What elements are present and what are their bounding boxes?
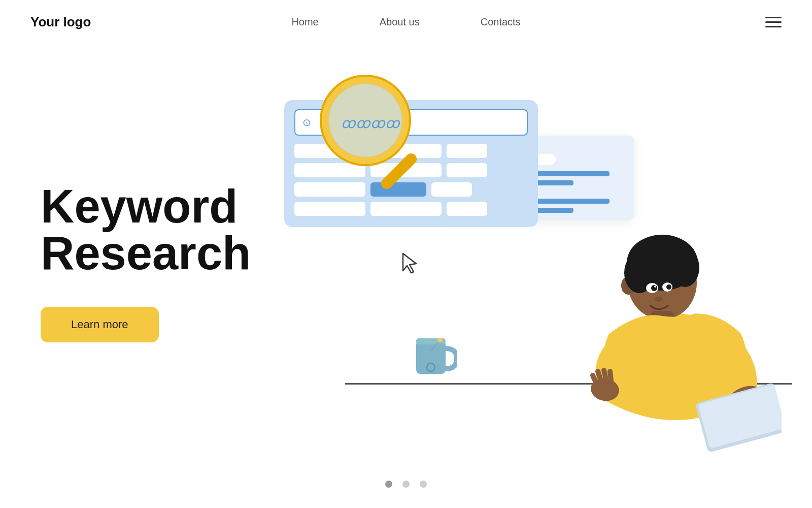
svg-text:ꝏꝏꝏꝏ: ꝏꝏꝏꝏ (341, 115, 400, 131)
svg-marker-4 (403, 253, 416, 273)
svg-line-30 (610, 371, 611, 380)
pagination-dot-3[interactable] (420, 481, 427, 488)
svg-point-23 (666, 284, 671, 290)
pagination-dot-1[interactable] (385, 481, 392, 488)
svg-rect-9 (437, 338, 443, 342)
nav-about[interactable]: About us (380, 16, 420, 28)
table-cell (370, 202, 442, 216)
svg-line-29 (604, 370, 606, 379)
hero-title: Keyword Research (41, 183, 254, 276)
cursor-icon (401, 252, 419, 278)
svg-point-22 (651, 285, 657, 291)
svg-line-28 (598, 371, 601, 380)
table-cell (447, 202, 487, 216)
nav-links: Home About us Contacts (291, 16, 520, 28)
svg-point-24 (654, 285, 656, 288)
mug-illustration (411, 331, 457, 384)
hero-illustration: ⊙ (244, 85, 782, 440)
nav-home[interactable]: Home (291, 16, 318, 28)
table-cell (447, 163, 487, 177)
table-row (294, 202, 528, 216)
hamburger-line (765, 17, 782, 18)
svg-point-19 (671, 248, 699, 287)
hero-section: Keyword Research Learn more ⊙ (0, 44, 812, 461)
pagination-dot-2[interactable] (402, 481, 410, 488)
hero-text: Keyword Research Learn more (41, 183, 254, 342)
hamburger-line (765, 26, 782, 27)
logo: Your logo (30, 14, 91, 30)
table-cell (447, 144, 487, 158)
svg-line-27 (593, 375, 596, 384)
hamburger-line (765, 21, 782, 23)
learn-more-button[interactable]: Learn more (41, 307, 159, 342)
svg-rect-5 (416, 341, 446, 374)
magnifier-illustration: ꝏꝏꝏꝏ (315, 70, 426, 197)
table-cell (294, 202, 365, 216)
navbar: Your logo Home About us Contacts (0, 0, 812, 44)
search-icon: ⊙ (302, 116, 315, 129)
nav-contacts[interactable]: Contacts (481, 16, 521, 28)
pagination (0, 481, 812, 488)
table-cell (431, 182, 472, 197)
person-illustration (568, 161, 782, 456)
hamburger-menu[interactable] (765, 17, 782, 27)
svg-point-25 (655, 297, 663, 302)
